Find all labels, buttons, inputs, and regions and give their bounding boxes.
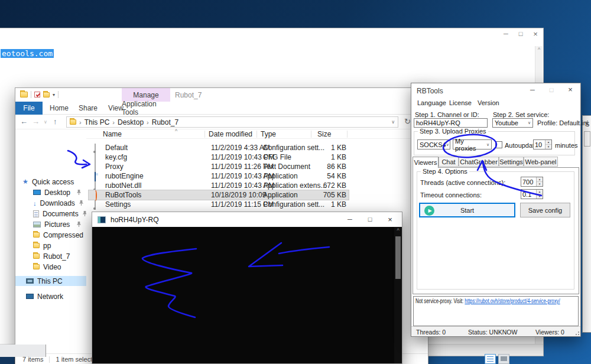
breadcrumb-desktop[interactable]: Desktop <box>118 118 144 126</box>
minutes-value[interactable] <box>534 140 545 149</box>
save-config-button[interactable]: Save config <box>520 203 570 217</box>
channel-input[interactable] <box>414 118 488 128</box>
sidebar-item-downloads[interactable]: ↓ Downloads <box>15 198 86 208</box>
file-row[interactable]: rubotNet.dll 11/1/2019 10:43 PM Applicat… <box>89 181 349 190</box>
folder-icon[interactable] <box>20 92 28 98</box>
maximize-icon[interactable]: □ <box>544 85 558 95</box>
sidebar-item-quick-access[interactable]: ★ Quick access <box>15 177 86 187</box>
file-icon <box>95 153 96 162</box>
console-scrollbar[interactable]: ^ <box>394 227 402 363</box>
file-row[interactable]: Default 11/2/2019 4:33 AM Configuration … <box>89 143 349 152</box>
tab-file[interactable]: File <box>15 102 43 115</box>
file-row[interactable]: Settings 11/1/2019 11:15 PM Configuratio… <box>89 200 349 209</box>
sidebar-item-desktop[interactable]: Desktop <box>15 187 86 197</box>
tab-chatgrabber[interactable]: ChatGrabber <box>459 157 499 167</box>
refresh-icon[interactable]: ↻ <box>404 117 411 126</box>
spin-buttons[interactable]: ▴ ▾ <box>536 190 543 199</box>
resize-grip[interactable] <box>574 330 579 335</box>
scroll-up-icon[interactable]: ^ <box>394 227 402 235</box>
customize-toolbar-icon[interactable]: ▾ <box>53 92 55 98</box>
minimize-icon[interactable]: ─ <box>499 30 513 38</box>
sidebar-item-network[interactable]: Network <box>15 291 86 301</box>
tab-settings[interactable]: Settings <box>499 157 524 167</box>
file-row-selected[interactable]: RuBotTools 10/18/2019 10:09 ... Applicat… <box>89 190 349 200</box>
sidebar-item-documents[interactable]: Documents <box>15 209 86 219</box>
file-size: 1 KB <box>301 200 346 209</box>
sidebar-item-video[interactable]: Video <box>15 262 86 272</box>
list-view-icon[interactable] <box>485 354 496 364</box>
address-bar[interactable]: › This PC › Desktop › Rubot_7 ∨ <box>66 116 398 128</box>
spin-buttons[interactable]: ▴ ▾ <box>536 177 543 186</box>
column-type[interactable]: Type <box>261 130 276 138</box>
threads-value[interactable] <box>521 177 536 186</box>
sidebar-item-pp[interactable]: pp <box>15 240 86 251</box>
tab-webpanel[interactable]: Web-panel <box>524 157 558 167</box>
spin-up-icon[interactable]: ▴ <box>537 177 543 182</box>
start-button[interactable]: ▶ Start <box>419 203 515 217</box>
threads-stepper[interactable]: ▴ ▾ <box>521 177 543 187</box>
minimize-icon[interactable]: ─ <box>340 214 359 225</box>
menu-version[interactable]: Version <box>478 99 499 106</box>
scroll-thumb[interactable] <box>395 236 401 279</box>
offscreen-window-fragment: S <box>582 115 591 333</box>
column-divider <box>347 131 348 138</box>
minutes-stepper[interactable]: ▴ ▾ <box>533 139 552 150</box>
notice-box: Not service-proxy. Visit: https://rubot.… <box>413 296 579 326</box>
chevron-down-icon: ∨ <box>446 142 449 147</box>
tab-home[interactable]: Home <box>46 102 72 115</box>
tab-share[interactable]: Share <box>74 102 102 115</box>
menu-license[interactable]: License <box>449 99 472 106</box>
proxy-source-select[interactable]: My proxies ∨ <box>453 139 492 150</box>
column-date-modified[interactable]: Date modified <box>209 130 252 138</box>
breadcrumb-rubot7[interactable]: Rubot_7 <box>152 118 178 126</box>
address-dropdown-icon[interactable]: ∨ <box>391 119 395 125</box>
timeout-stepper[interactable]: ▴ ▾ <box>521 189 543 199</box>
breadcrumb-this-pc[interactable]: This PC <box>85 118 110 126</box>
properties-icon[interactable] <box>34 92 40 98</box>
autoupdate-checkbox[interactable] <box>495 141 502 148</box>
maximize-icon[interactable]: □ <box>514 30 528 38</box>
scroll-up-icon[interactable]: ^ <box>535 46 543 53</box>
service-select[interactable]: Youtube ∨ <box>492 118 533 128</box>
spin-down-icon[interactable]: ▾ <box>537 182 543 186</box>
minimize-icon[interactable]: ─ <box>525 85 540 95</box>
new-folder-icon[interactable] <box>43 92 50 98</box>
selected-text[interactable]: eotools.com <box>1 49 54 58</box>
proxy-type-select[interactable]: SOCKS4 ∨ <box>417 139 450 150</box>
column-name[interactable]: Name <box>103 130 122 138</box>
file-type: Application <box>263 191 298 199</box>
sidebar-item-rubot7[interactable]: Rubot_7 <box>15 251 86 261</box>
spin-down-icon[interactable]: ▾ <box>537 194 543 199</box>
tab-chat[interactable]: Chat <box>439 157 459 167</box>
menu-language[interactable]: Language <box>417 99 446 106</box>
tab-application-tools[interactable]: Application Tools <box>122 102 170 115</box>
recent-locations-icon[interactable]: ∨ <box>44 119 47 125</box>
timeout-value[interactable] <box>521 190 536 199</box>
maximize-icon[interactable]: □ <box>361 214 379 225</box>
proxy-shop-link[interactable]: https://rubot.ovh/store/product/4-servic… <box>465 298 560 304</box>
dll-file-icon <box>95 181 96 191</box>
spin-buttons[interactable]: ▴ ▾ <box>545 140 551 149</box>
spin-up-icon[interactable]: ▴ <box>545 140 551 145</box>
sidebar-item-compressed[interactable]: Compressed <box>15 230 86 240</box>
chevron-down-icon: ∨ <box>486 142 489 147</box>
file-type: CFG File <box>263 153 291 161</box>
back-icon[interactable]: ← <box>20 117 28 126</box>
sidebar-item-pictures[interactable]: Pictures <box>15 219 86 229</box>
spin-down-icon[interactable]: ▾ <box>545 145 551 149</box>
tab-viewers[interactable]: Viewers <box>413 157 439 168</box>
close-icon[interactable]: × <box>563 85 577 95</box>
forward-icon[interactable]: → <box>32 117 40 126</box>
spin-up-icon[interactable]: ▴ <box>537 190 543 194</box>
navigation-pane: ★ Quick access Desktop ↓ Downloads Docum… <box>15 129 86 353</box>
column-size[interactable]: Size <box>317 130 331 138</box>
file-row[interactable]: rubotEngine 11/1/2019 10:43 PM Applicati… <box>89 171 349 181</box>
window-icon[interactable] <box>498 354 509 364</box>
close-icon[interactable]: × <box>528 30 543 38</box>
sidebar-item-this-pc[interactable]: This PC <box>15 276 86 286</box>
fragment-box <box>584 131 590 147</box>
file-row[interactable]: Proxy 11/1/2019 11:26 PM Text Document 8… <box>89 162 349 171</box>
file-row[interactable]: key.cfg 11/1/2019 10:43 PM CFG File 1 KB <box>89 152 349 162</box>
up-icon[interactable]: ↑ <box>53 117 57 126</box>
close-icon[interactable]: × <box>381 214 400 225</box>
